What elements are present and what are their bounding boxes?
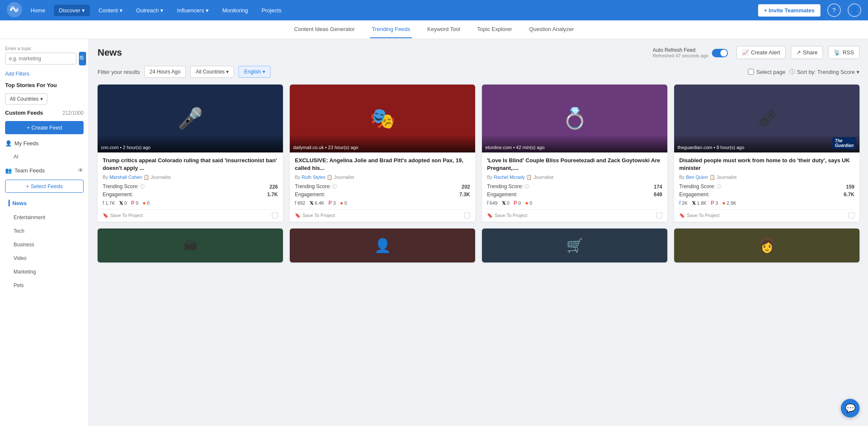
sidebar-feed-video[interactable]: Video bbox=[5, 254, 84, 262]
language-filter[interactable]: English ▾ bbox=[238, 66, 270, 78]
sidebar: Enter a topic 🔍 Add Filters Top Stories … bbox=[0, 39, 89, 426]
select-feeds-button[interactable]: + Select Feeds bbox=[5, 180, 84, 193]
share-button[interactable]: ↗ Share bbox=[791, 46, 823, 59]
sub-nav-question-analyzer[interactable]: Question Analyzer bbox=[527, 21, 576, 38]
content-area: News Auto Refresh Feed Refreshed 47 seco… bbox=[89, 39, 868, 426]
nav-monitoring[interactable]: Monitoring bbox=[217, 5, 253, 16]
country-filter[interactable]: All Countries ▾ bbox=[190, 66, 234, 78]
author-link[interactable]: Ben Quinn bbox=[686, 175, 708, 180]
chevron-down-icon: ▾ bbox=[160, 7, 163, 14]
chevron-down-icon: ▾ bbox=[82, 7, 85, 14]
topic-search-button[interactable]: 🔍 bbox=[79, 52, 86, 65]
add-filters-link[interactable]: Add Filters bbox=[5, 71, 29, 77]
pinterest-engagement: P 3 bbox=[711, 200, 718, 206]
filters-bar: Filter your results 24 Hours Ago All Cou… bbox=[98, 66, 860, 78]
card-title[interactable]: EXCLUSIVE: Angelina Jolie and Brad Pitt'… bbox=[295, 157, 470, 172]
sub-nav-content-ideas[interactable]: Content Ideas Generator bbox=[292, 21, 356, 38]
nav-outreach[interactable]: Outreach ▾ bbox=[131, 5, 168, 16]
trending-score-value: 226 bbox=[269, 184, 278, 190]
pinterest-icon: P bbox=[131, 200, 134, 206]
save-to-project-button[interactable]: 🔖 Save To Project bbox=[103, 213, 143, 218]
cards-grid: 🎤 cnn.com • 2 hour(s) ago Trump critics … bbox=[98, 85, 860, 222]
card-title[interactable]: Trump critics appeal Colorado ruling tha… bbox=[103, 157, 278, 172]
bookmark-icon: 🔖 bbox=[487, 213, 493, 218]
invite-teammates-button[interactable]: + Invite Teammates bbox=[758, 4, 820, 17]
reddit-icon: ● bbox=[143, 200, 146, 206]
engagement-label: Engagement: bbox=[487, 192, 517, 197]
custom-feeds-count: 212/1000 bbox=[62, 110, 84, 116]
engagement-label: Engagement: bbox=[295, 192, 325, 197]
social-engagement-row: f 1.7K 𝕏 0 P 0 ● 0 bbox=[103, 200, 278, 206]
reddit-engagement: ● 0 bbox=[340, 200, 347, 206]
sidebar-feed-tech[interactable]: Tech bbox=[5, 227, 84, 235]
sort-area[interactable]: ⓘ Sort by: Trending Score ▾ bbox=[790, 68, 860, 76]
card-checkbox[interactable] bbox=[656, 212, 662, 218]
reddit-icon: ● bbox=[525, 200, 528, 206]
pinterest-engagement: P 3 bbox=[328, 200, 336, 206]
partial-card: 🛒 bbox=[482, 229, 667, 262]
card-source-time: cnn.com • 2 hour(s) ago bbox=[98, 135, 283, 152]
user-avatar[interactable]: 👤 bbox=[848, 3, 861, 17]
page-title: News bbox=[98, 47, 647, 58]
sub-nav-keyword-tool[interactable]: Keyword Tool bbox=[426, 21, 462, 38]
create-alert-button[interactable]: 📈 Create Alert bbox=[736, 46, 786, 59]
card-author: By Ruth Styles 📋 Journalist bbox=[295, 175, 470, 180]
partial-card: 👩 bbox=[674, 229, 860, 262]
chat-button[interactable]: 💬 bbox=[841, 399, 860, 418]
search-icon: 🔍 bbox=[79, 55, 86, 62]
save-to-project-button[interactable]: 🔖 Save To Project bbox=[295, 213, 335, 218]
card-checkbox[interactable] bbox=[464, 212, 470, 218]
nav-discover[interactable]: Discover ▾ bbox=[54, 5, 90, 16]
article-card: 🎤 cnn.com • 2 hour(s) ago Trump critics … bbox=[98, 85, 283, 222]
chevron-down-icon: ▾ bbox=[40, 96, 43, 102]
author-link[interactable]: Rachel Mcrady bbox=[494, 175, 525, 180]
team-feeds-section[interactable]: 👥 Team Feeds 👁 bbox=[5, 166, 84, 175]
card-title[interactable]: 'Love Is Blind' Couple Bliss Poureetezad… bbox=[487, 157, 662, 172]
facebook-engagement: f 1.7K bbox=[103, 200, 115, 206]
author-link[interactable]: Ruth Styles bbox=[302, 175, 325, 180]
author-link[interactable]: Marshall Cohen bbox=[109, 175, 142, 180]
sidebar-feed-news[interactable]: News bbox=[5, 198, 84, 208]
facebook-icon: f bbox=[103, 200, 104, 206]
sidebar-feed-business[interactable]: Business bbox=[5, 240, 84, 249]
sidebar-feed-marketing[interactable]: Marketing bbox=[5, 268, 84, 276]
nav-influencers[interactable]: Influencers ▾ bbox=[172, 5, 214, 16]
twitter-icon: 𝕏 bbox=[502, 200, 506, 206]
trending-score-label: Trending Score: ⓘ bbox=[679, 183, 721, 190]
country-dropdown[interactable]: All Countries ▾ bbox=[5, 93, 48, 104]
team-icon: 👥 bbox=[5, 167, 12, 174]
main-layout: Enter a topic 🔍 Add Filters Top Stories … bbox=[0, 39, 868, 426]
sub-nav-trending-feeds[interactable]: Trending Feeds bbox=[370, 21, 412, 38]
nav-content[interactable]: Content ▾ bbox=[93, 5, 128, 16]
save-to-project-button[interactable]: 🔖 Save To Project bbox=[487, 213, 527, 218]
nav-projects[interactable]: Projects bbox=[257, 5, 287, 16]
sub-nav-topic-explorer[interactable]: Topic Explorer bbox=[476, 21, 514, 38]
share-icon: ↗ bbox=[796, 49, 801, 56]
time-filter[interactable]: 24 Hours Ago bbox=[144, 66, 186, 78]
person-icon: 👤 bbox=[5, 140, 12, 147]
refreshed-time: Refreshed 47 seconds ago bbox=[652, 53, 708, 58]
my-feeds-section[interactable]: 👤 My Feeds bbox=[5, 139, 84, 147]
create-feed-button[interactable]: + Create Feed bbox=[5, 121, 84, 134]
save-to-project-button[interactable]: 🔖 Save To Project bbox=[679, 213, 720, 218]
guardian-logo: TheGuardian bbox=[832, 137, 856, 149]
rss-button[interactable]: 📡 RSS bbox=[828, 46, 860, 59]
card-checkbox[interactable] bbox=[848, 212, 854, 218]
trending-score-value: 159 bbox=[846, 184, 854, 190]
filter-label: Filter your results bbox=[98, 69, 140, 75]
twitter-engagement: 𝕏 6.4K bbox=[310, 200, 325, 206]
reddit-engagement: ● 0 bbox=[143, 200, 149, 206]
sidebar-feed-ai[interactable]: AI bbox=[5, 152, 84, 161]
nav-home[interactable]: Home bbox=[25, 5, 50, 16]
auto-refresh-area: Auto Refresh Feed Refreshed 47 seconds a… bbox=[652, 47, 728, 58]
card-checkbox[interactable] bbox=[272, 212, 278, 218]
select-page-checkbox[interactable] bbox=[748, 69, 754, 75]
help-button[interactable]: ? bbox=[827, 3, 841, 17]
topic-input[interactable] bbox=[5, 53, 76, 65]
chevron-down-icon: ▾ bbox=[120, 7, 123, 14]
sidebar-feed-pets[interactable]: Pets bbox=[5, 281, 84, 290]
engagement-value: 7.3K bbox=[459, 192, 470, 197]
auto-refresh-toggle[interactable] bbox=[712, 49, 728, 57]
sidebar-feed-entertainment[interactable]: Entertainment bbox=[5, 213, 84, 222]
card-title[interactable]: Disabled people must work from home to d… bbox=[679, 157, 854, 172]
